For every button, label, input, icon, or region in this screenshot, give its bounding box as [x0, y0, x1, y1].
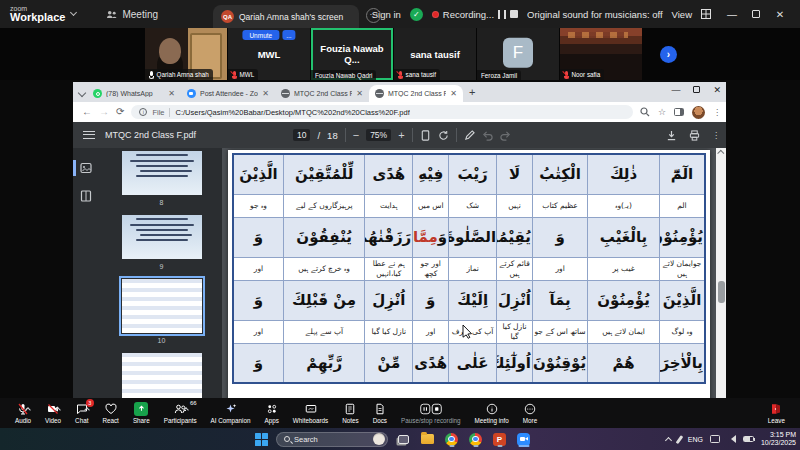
browser-tab-4[interactable]: MTQC 2nd Class F.pdf✕	[369, 85, 463, 102]
scrollbar-thumb[interactable]	[718, 281, 725, 303]
zoom-control-docs[interactable]: Docs	[366, 398, 394, 428]
chrome-minimize-button[interactable]: —	[671, 85, 680, 95]
annotate-pen-icon[interactable]	[464, 130, 475, 141]
taskbar-app-chrome[interactable]	[444, 432, 459, 447]
video-tile-5[interactable]: FFeroza Jamil	[477, 28, 559, 80]
original-sound-toggle[interactable]: Original sound for musicians: off	[527, 9, 663, 20]
reload-icon[interactable]: ⟳	[116, 107, 124, 117]
back-icon[interactable]: ←	[82, 107, 92, 117]
zoom-in-button[interactable]: +	[398, 129, 404, 141]
language-indicator[interactable]: ENG	[688, 436, 703, 443]
minimize-button[interactable]: —	[720, 9, 744, 20]
tray-chevron-icon[interactable]	[665, 436, 672, 443]
tab-close-icon[interactable]: ✕	[262, 89, 269, 98]
zoom-control-leave[interactable]: Leave	[761, 398, 792, 428]
video-tile-4[interactable]: sana tausifsana tausif	[394, 28, 476, 80]
zoom-control-share[interactable]: Share	[126, 398, 157, 428]
maximize-button[interactable]	[744, 9, 768, 20]
zoom-control-whiteboards[interactable]: Whiteboards	[286, 398, 335, 428]
browser-tab-2[interactable]: Post Attendee - Zoom✕	[181, 85, 275, 102]
start-button[interactable]	[255, 433, 268, 446]
zoom-control-audio[interactable]: Audio	[8, 398, 38, 428]
zoom-control-react[interactable]: React	[95, 398, 125, 428]
browser-tab-1[interactable]: (78) WhatsApp✕	[87, 85, 181, 102]
tab-screen-share[interactable]: QA Qariah Amna shah's screen	[213, 5, 359, 28]
security-shield-icon[interactable]: ✓	[410, 8, 423, 21]
zoom-out-button[interactable]: −	[353, 129, 359, 141]
new-tab-button[interactable]: +	[469, 86, 475, 98]
chrome-menu-icon[interactable]: ⋮	[713, 111, 717, 114]
arabic-word-cell: مِنْ قَبْلِكَ	[283, 280, 364, 320]
taskbar-app-powerpoint[interactable]: P	[492, 432, 507, 447]
speaker-icon[interactable]	[727, 435, 736, 443]
forward-icon[interactable]: →	[99, 107, 109, 117]
battery-icon[interactable]	[743, 436, 754, 442]
tab-close-icon[interactable]: ✕	[450, 89, 457, 98]
rotate-icon[interactable]	[438, 130, 449, 141]
zoom-control-apps[interactable]: Apps	[258, 398, 286, 428]
file-info-icon[interactable]: i	[139, 108, 147, 116]
pdf-menu-icon[interactable]	[83, 131, 95, 139]
video-tile-1[interactable]: Qariah Amna shah	[145, 28, 227, 80]
taskbar-app-file-explorer[interactable]	[420, 432, 435, 447]
zoom-level[interactable]: 75%	[366, 129, 391, 141]
taskbar-app-task-view[interactable]	[396, 432, 411, 447]
video-tile-2[interactable]: MWLUnmute...MWL	[228, 28, 310, 80]
tab-overflow-icon[interactable]: ⋯	[366, 8, 381, 23]
chrome-close-button[interactable]: ✕	[713, 85, 721, 95]
document-outline-button[interactable]	[73, 184, 99, 208]
thumbnail-page-11[interactable]: 11	[122, 353, 202, 398]
side-panel-icon[interactable]	[674, 108, 684, 116]
close-button[interactable]: ✕	[768, 9, 792, 20]
tab-search-icon[interactable]	[78, 89, 86, 97]
view-button[interactable]: View	[672, 9, 692, 20]
pdf-more-icon[interactable]: ⋮	[712, 134, 716, 137]
zoom-control-chat[interactable]: 3Chat	[68, 398, 95, 428]
omnibox[interactable]: i File C:/Users/Qasim%20Babar/Desktop/MT…	[131, 105, 633, 119]
scroll-up-arrow-icon[interactable]	[716, 148, 726, 157]
tab-meeting[interactable]: Meeting	[106, 9, 158, 20]
thumbnails-view-button[interactable]	[73, 156, 99, 180]
fit-page-icon[interactable]	[420, 130, 431, 141]
view-grid-icon[interactable]	[701, 9, 711, 19]
tab-close-icon[interactable]: ✕	[356, 89, 363, 98]
video-tile-3[interactable]: Fouzia Nawab Q...Fouzia Nawab Qadri	[311, 28, 393, 80]
unmute-button[interactable]: Unmute	[242, 30, 279, 40]
zoom-control-more[interactable]: More	[516, 398, 544, 428]
pdf-favicon-icon	[281, 89, 290, 98]
thumbnail-page-9[interactable]: 9	[122, 215, 202, 279]
zoom-control-ai-companion[interactable]: AI Companion	[204, 398, 258, 428]
current-page-input[interactable]: 10	[293, 129, 310, 141]
zoom-control-video[interactable]: Video	[38, 398, 68, 428]
taskbar-app-zoom[interactable]	[516, 432, 531, 447]
cast-screen-icon[interactable]	[710, 435, 720, 443]
search-highlight-image[interactable]	[373, 433, 385, 445]
profile-avatar[interactable]	[692, 106, 705, 119]
bookmark-star-icon[interactable]: ☆	[658, 107, 666, 117]
pause-recording-icon[interactable]	[498, 10, 506, 19]
next-participants-button[interactable]: ›	[660, 46, 677, 63]
tab-close-icon[interactable]: ✕	[168, 89, 175, 98]
url-text[interactable]: C:/Users/Qasim%20Babar/Desktop/MTQC%202n…	[175, 108, 409, 117]
thumbnail-page-8[interactable]: 8	[122, 151, 202, 215]
zoom-control-pause-stop-recording[interactable]: Pause/stop recording	[394, 398, 468, 428]
download-icon[interactable]	[666, 130, 677, 141]
stop-recording-icon[interactable]	[510, 10, 518, 18]
browser-tab-3[interactable]: MTQC 2nd Class F.pdf✕	[275, 85, 369, 102]
chevron-down-icon[interactable]	[70, 9, 77, 16]
clock[interactable]: 3:15 PM 10/23/2025	[761, 431, 796, 448]
video-tile-6[interactable]: Noor safia	[560, 28, 642, 80]
taskbar-app-chrome[interactable]	[468, 432, 483, 447]
taskbar-search[interactable]: Search	[276, 432, 388, 447]
tile-more-button[interactable]: ...	[282, 30, 295, 40]
zoom-search-icon[interactable]	[640, 107, 650, 117]
chrome-maximize-button[interactable]	[693, 85, 700, 95]
pdf-scrollbar[interactable]	[716, 148, 726, 398]
zoom-control-participants[interactable]: 66Participants	[157, 398, 204, 428]
zoom-control-notes[interactable]: Notes	[335, 398, 365, 428]
pen-icon[interactable]	[676, 435, 683, 444]
zoom-control-meeting-info[interactable]: Meeting info	[468, 398, 516, 428]
pdf-viewport[interactable]: الٓمّٓذٰلِكَالْكِتٰبُلَارَيْبَفِيْهِهُدً…	[222, 148, 726, 398]
thumbnail-page-10[interactable]: 10	[122, 279, 202, 353]
print-icon[interactable]	[689, 130, 700, 141]
